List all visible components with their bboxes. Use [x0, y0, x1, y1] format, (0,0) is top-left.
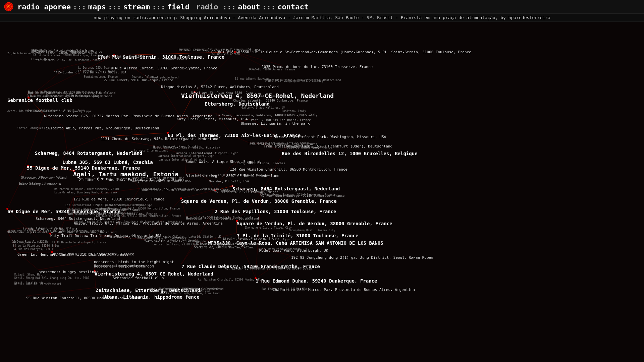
nav-sep-1: :::: [71, 3, 88, 11]
location-label[interactable]: Rennick Riverfront Park, Washington, Mis…: [275, 135, 386, 139]
location-label-small: 124 Rue Winston Churchill, 86500 Montmor…: [96, 215, 181, 218]
location-label-small: Av. Winston Churchill, 86500 Montmorillo…: [198, 278, 264, 282]
location-label-small: Rue Winston Churchill, 86500 Montmorillo…: [101, 207, 180, 210]
svg-line-102: [101, 133, 168, 137]
location-label-small: Poznan, Poland: [164, 57, 187, 61]
location-label-small: Bourlesqu de Bains, Inchicumthame, 73310: [54, 188, 119, 191]
location-label[interactable]: Katy Trail, Peers, Missouri, USA: [177, 117, 248, 121]
location-label[interactable]: Ukmerge, Lithuania, in the park: [241, 121, 310, 126]
location-label-small: Model Boat Pond, Aldeburgh, UK: [259, 248, 307, 251]
location-label[interactable]: Katy Trail, Peers, Missouri, USA: [132, 179, 191, 183]
location-label-small: 10 Dhem Reautle, 33530: [12, 240, 48, 244]
location-label-small: Katy Trail, Peers, Missouri, USA: [132, 177, 184, 180]
location-label-small: Ktail, Shang Hal Shl, Chang Ning Qu, 上海,…: [14, 277, 89, 280]
nav-field[interactable]: field: [167, 3, 190, 11]
location-label-small: Tram station Lithuania, anta on aturns: [248, 142, 310, 145]
location-label-small: Zhongzheng Dist., Taipei City: [245, 226, 292, 230]
location-label-small: Kitaul, Shang Hal: [14, 273, 42, 277]
location-label[interactable]: Lubna 305, 569 63 Lubná, Czechia: [62, 160, 153, 165]
location-label-small: Chine - Nanjing: [31, 58, 55, 61]
location-label-small: San Francisco, CA 94132, USA: [262, 288, 307, 291]
location-label-small: Av. Vibert 18, 1227 Carouge, Suisse: [214, 190, 271, 193]
location-label[interactable]: Filiberto 485a, Marcos Paz, GroBobingen,…: [44, 126, 159, 130]
location-label[interactable]: 1 Rue Edmond Duhan, 59240 Dunkerque, Fra…: [256, 278, 377, 284]
location-label-small: Gallery, Snape Maltings, UK: [241, 106, 285, 110]
location-label-small: La Dorana, 125, Poznan: [78, 66, 114, 70]
location-label[interactable]: 2 Rue des Papillons, 31000 Toulouse, Fra…: [215, 209, 336, 215]
nav-sep-3: :::: [151, 3, 167, 11]
location-label[interactable]: Scharweg, 8464 Rotstergaast, Nederland: [35, 150, 142, 156]
now-playing-text: now playing on radio.aporee.org: Shoppin…: [94, 15, 550, 20]
nav-contact[interactable]: contact: [277, 3, 309, 11]
location-label[interactable]: Nissi Ave 23, Ayia Napa 5330, Cypr: [191, 91, 253, 95]
location-label-small: Ktail, Janelth Peers Missouri: [14, 283, 61, 286]
location-label[interactable]: Anibal Troilo 8, 8507 CE Rohel, Nederlan…: [198, 174, 272, 177]
location-label[interactable]: Sebranice football club: [113, 276, 164, 280]
location-label-small: Maply Children, Lakeside Station, UK: [163, 235, 221, 239]
svg-line-40: [39, 260, 94, 270]
location-label-small: Lindenstraße, 15230 Frankfurt (Oder), De…: [140, 188, 219, 191]
location-label-small: GR 861 Via Garona: [212, 53, 240, 56]
main-nav: radio aporee ::: maps ::: stream ::: fie…: [17, 3, 309, 11]
location-label[interactable]: 9 Rue Alfred Cortot, 59760 Grande-Synthe…: [111, 66, 217, 70]
location-label-small: Meramec Greenway, Natural Park, Missouri…: [179, 48, 252, 51]
location-label-small: 7 Haile 18, Aufgang E, 04179 Leipzig: [265, 79, 323, 83]
location-label-small: 84 de la Picotte, 33530 Briech: [13, 244, 61, 248]
location-label-small: Hoardetal 7, 56332 Dieblich, Deutschland: [186, 216, 251, 220]
location-label-small: Larnaca International Airport, Cypr: [158, 155, 214, 158]
location-label[interactable]: 171 Rue de Vers, 73310 Chindrieux, Franc…: [73, 197, 165, 201]
location-label[interactable]: Square de Verdun, Pl. de Verdun, 38000 G…: [181, 198, 337, 204]
location-label-small: 34 rue Albert Sauvage: [235, 77, 269, 81]
location-label[interactable]: Rue des Hirondelles 12, 1000 Bruxelles, …: [282, 151, 418, 157]
location-label-small: Zhongzheng Dist., Taipei City: [288, 229, 335, 232]
logo-icon: [4, 2, 13, 11]
location-label[interactable]: 192-92 Jongchung-dong 2(I)-ga, Jung Dist…: [291, 255, 433, 260]
location-label[interactable]: 55 Digue de Mer, 59140 Dunkerque, France: [27, 165, 140, 171]
location-label-small: Vietri sul Mare, Italy: [282, 114, 317, 117]
svg-line-80: [181, 246, 195, 264]
location-label-small: Yokne am Illit, Haifa, Tel Megiddo: [144, 239, 199, 242]
location-label-small: Luca Ornelas, Bourlesq Park, Chindrieux: [54, 191, 117, 194]
location-label[interactable]: Port, 73100 Aix-les-Bains, France: [251, 118, 311, 122]
nav-radio-aporee[interactable]: radio aporee: [17, 3, 71, 11]
location-label-small: Anibal Troilo 675, Marcos Paz, Provincia…: [74, 221, 182, 224]
nav-sep-2: :::: [107, 3, 123, 11]
location-label[interactable]: 124 Rue Winston Churchill, 86500 Montmor…: [230, 167, 347, 172]
location-label-small: Atlantic Arenas, Alia Napa 5330, Cypr: [223, 237, 283, 240]
location-label[interactable]: 125, 569 63 Lubna, Czechia: [238, 162, 285, 165]
location-label-small: 2-chome-5-7 Enoshima, Fujisawa: [79, 177, 127, 180]
svg-line-74: [186, 209, 215, 217]
location-label-small: Poznan, Poland: [132, 75, 154, 79]
location-label-small: Parking 42, 60-588 Poznan, Poland: [156, 290, 210, 293]
location-label-small: Hotel Zameczek, Kasar Wielki: [153, 145, 198, 148]
location-label-small: Kirkuk, Albeniz, AK 99709, USA: [23, 227, 71, 230]
location-label[interactable]: neoscenes: hungry nestlings: [39, 270, 99, 274]
location-label[interactable]: Green Ln, Hempnall Canal, 73310 Chindrie…: [17, 252, 128, 257]
location-label[interactable]: neoscenes: birds in the bright night: [94, 260, 174, 264]
svg-point-3: [8, 6, 9, 7]
map-area[interactable]: 1Ter Pl. Saint-Sernin, 31000 Toulouse, F…: [0, 22, 644, 362]
location-label-small: Avere, Ida-Viru County, Estonia: [7, 110, 57, 113]
location-label[interactable]: Square de Verdun, Pl. de Verdun, 38000 G…: [237, 221, 392, 227]
location-label-small: Av. Limon, 3, Poniente Sur, 14004 Cordob…: [224, 266, 302, 269]
location-label-small: 3 Rue de la Maconnerie, 59150 Dunkerque,…: [27, 95, 103, 98]
location-label-small: Strzeszyn, Poznan, Poland: [21, 176, 61, 179]
location-label-small: Larnaca International Airport: [159, 158, 206, 162]
location-label-small: Neel pebble beach: [152, 76, 179, 79]
location-label[interactable]: 1131 Chem. du Scharweg, 9464 Rotaterfgaa…: [101, 137, 218, 141]
nav-maps[interactable]: maps: [88, 3, 107, 11]
location-label[interactable]: Meander, MT 59271, USA: [209, 180, 249, 183]
location-label-small: Larnaca International: [134, 149, 168, 153]
location-label[interactable]: Sebranice football club: [7, 98, 72, 103]
location-label[interactable]: Dioque Nicolas 8, 52142 Duren, Wolfabors…: [161, 85, 279, 89]
header: radio aporee ::: maps ::: stream ::: fie…: [0, 0, 644, 14]
location-label[interactable]: Neoscenes: airport bathroom: [94, 264, 143, 268]
location-label-small: Japon, T101-0062: [59, 51, 85, 55]
nav-sep-4: radio :::: [190, 3, 237, 11]
nav-about[interactable]: about: [237, 3, 261, 11]
location-label-small: Maison Hollandais, Tain: [196, 242, 233, 246]
nav-stream[interactable]: stream: [122, 3, 150, 11]
location-label[interactable]: Charles Valentin, 59140 Dunkerque, Franc…: [233, 99, 308, 103]
location-label-small: Fontainebleau, France: [84, 75, 118, 79]
location-label-small: JXPA4+F6 49640 Angers, France: [248, 68, 295, 71]
